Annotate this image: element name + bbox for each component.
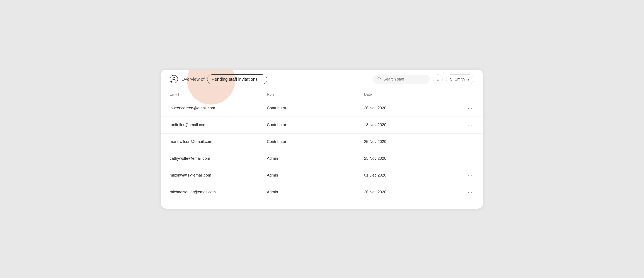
cell-email: miltonwatts@email.com bbox=[170, 173, 267, 178]
overview-label: Overview of bbox=[182, 77, 204, 82]
table-row: tonifuller@email.com Contributor 18 Nov … bbox=[161, 117, 483, 133]
row-more-button[interactable]: ⋯ bbox=[466, 121, 474, 128]
cell-actions: ⋯ bbox=[461, 121, 474, 128]
search-box bbox=[373, 75, 430, 84]
row-more-button[interactable]: ⋯ bbox=[466, 105, 474, 112]
table-row: cathywolfe@email.com Admin 25 Nov 2020 ⋯ bbox=[161, 150, 483, 167]
cell-date: 18 Nov 2020 bbox=[364, 123, 461, 127]
filter-button[interactable] bbox=[433, 74, 443, 84]
search-input[interactable] bbox=[384, 77, 425, 82]
cell-date: 25 Nov 2020 bbox=[364, 140, 461, 144]
table-row: michaelsenior@email.com Admin 26 Nov 202… bbox=[161, 184, 483, 201]
column-header-role: Role bbox=[267, 92, 364, 97]
row-more-button[interactable]: ⋯ bbox=[466, 138, 474, 145]
cell-role: Admin bbox=[267, 190, 364, 194]
column-header-email: Email bbox=[170, 92, 267, 97]
column-header-date: Date bbox=[364, 92, 461, 97]
cell-email: lawrencereed@email.com bbox=[170, 106, 267, 110]
svg-line-4 bbox=[380, 80, 381, 80]
cell-actions: ⋯ bbox=[461, 138, 474, 145]
main-card: Overview of Pending staff invitations ⌄ bbox=[161, 70, 483, 209]
cell-role: Contributor bbox=[267, 106, 364, 110]
header: Overview of Pending staff invitations ⌄ bbox=[161, 70, 483, 89]
cell-email: mariewilson@email.com bbox=[170, 140, 267, 144]
row-more-button[interactable]: ⋯ bbox=[466, 172, 474, 179]
row-more-button[interactable]: ⋯ bbox=[466, 155, 474, 162]
search-icon bbox=[377, 77, 381, 82]
cell-email: michaelsenior@email.com bbox=[170, 190, 267, 194]
table-header-row: Email Role Date bbox=[161, 89, 483, 100]
cell-actions: ⋯ bbox=[461, 189, 474, 196]
cell-role: Admin bbox=[267, 173, 364, 178]
cell-role: Contributor bbox=[267, 123, 364, 127]
cell-actions: ⋯ bbox=[461, 172, 474, 179]
row-more-button[interactable]: ⋯ bbox=[466, 189, 474, 196]
table-row: mariewilson@email.com Contributor 25 Nov… bbox=[161, 133, 483, 150]
table-body: lawrencereed@email.com Contributor 26 No… bbox=[161, 100, 483, 201]
user-name-label: S. Smith bbox=[450, 77, 465, 82]
cell-email: cathywolfe@email.com bbox=[170, 156, 267, 161]
chevron-down-icon: ⌄ bbox=[260, 77, 262, 81]
cell-role: Admin bbox=[267, 156, 364, 161]
app-logo-icon bbox=[170, 75, 178, 83]
cell-actions: ⋯ bbox=[461, 155, 474, 162]
column-header-actions bbox=[461, 92, 474, 97]
table-row: miltonwatts@email.com Admin 01 Dec 2020 … bbox=[161, 167, 483, 184]
table-container: Email Role Date lawrencereed@email.com C… bbox=[161, 89, 483, 201]
cell-date: 26 Nov 2020 bbox=[364, 106, 461, 110]
more-vert-icon: ⋮ bbox=[466, 77, 470, 82]
view-dropdown-button[interactable]: Pending staff invitations ⌄ bbox=[207, 74, 267, 84]
user-menu-button[interactable]: S. Smith ⋮ bbox=[446, 74, 474, 84]
cell-date: 01 Dec 2020 bbox=[364, 173, 461, 178]
dropdown-label: Pending staff invitations bbox=[212, 77, 258, 82]
cell-role: Contributor bbox=[267, 140, 364, 144]
cell-email: tonifuller@email.com bbox=[170, 123, 267, 127]
table-row: lawrencereed@email.com Contributor 26 No… bbox=[161, 100, 483, 117]
cell-date: 26 Nov 2020 bbox=[364, 190, 461, 194]
cell-actions: ⋯ bbox=[461, 105, 474, 112]
cell-date: 25 Nov 2020 bbox=[364, 156, 461, 161]
